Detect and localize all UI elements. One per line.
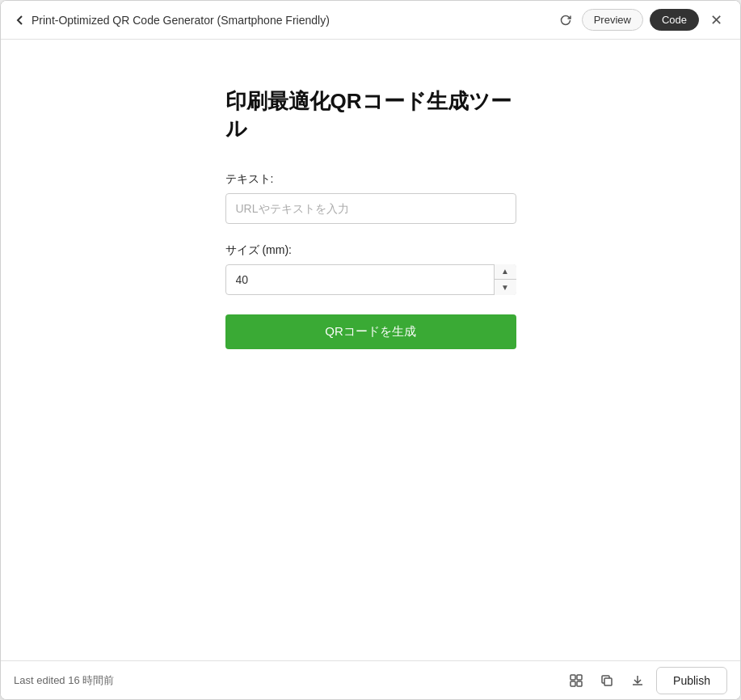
titlebar-title: Print-Optimized QR Code Generator (Smart… <box>32 14 330 27</box>
footer: Last edited 16 時間前 <box>1 660 740 699</box>
publish-button[interactable]: Publish <box>656 667 727 694</box>
titlebar-actions: Preview Code ✕ <box>556 9 727 31</box>
refresh-button[interactable] <box>556 11 575 30</box>
preview-tab[interactable]: Preview <box>582 9 643 31</box>
size-input-wrapper: ▲ ▼ <box>225 264 516 295</box>
close-icon: ✕ <box>710 12 722 28</box>
download-icon-button[interactable] <box>625 668 650 693</box>
footer-actions: Publish <box>564 667 727 694</box>
table-icon-button[interactable] <box>564 668 588 693</box>
svg-rect-3 <box>577 681 582 686</box>
page-title: 印刷最適化QRコード生成ツール <box>225 88 516 143</box>
text-form-group: テキスト: <box>225 172 516 224</box>
app-window: Print-Optimized QR Code Generator (Smart… <box>0 0 741 700</box>
form-container: 印刷最適化QRコード生成ツール テキスト: サイズ (mm): ▲ ▼ QRコー… <box>225 88 516 349</box>
titlebar: Print-Optimized QR Code Generator (Smart… <box>1 1 740 40</box>
copy-icon-button[interactable] <box>595 668 619 693</box>
generate-button[interactable]: QRコードを生成 <box>225 314 516 349</box>
code-tab[interactable]: Code <box>650 9 699 31</box>
close-button[interactable]: ✕ <box>705 11 727 29</box>
main-content: 印刷最適化QRコード生成ツール テキスト: サイズ (mm): ▲ ▼ QRコー… <box>1 40 740 660</box>
svg-rect-4 <box>604 678 612 685</box>
spinner-up-button[interactable]: ▲ <box>495 264 516 280</box>
spinner-buttons: ▲ ▼ <box>494 264 516 295</box>
svg-rect-0 <box>570 675 575 680</box>
size-form-group: サイズ (mm): ▲ ▼ <box>225 243 516 295</box>
svg-rect-1 <box>577 675 582 680</box>
text-input[interactable] <box>225 193 516 224</box>
text-label: テキスト: <box>225 172 516 187</box>
spinner-down-button[interactable]: ▼ <box>495 280 516 295</box>
back-button[interactable]: Print-Optimized QR Code Generator (Smart… <box>14 14 330 27</box>
svg-rect-2 <box>570 681 575 686</box>
last-edited-text: Last edited 16 時間前 <box>14 673 114 688</box>
size-input[interactable] <box>225 264 516 295</box>
size-label: サイズ (mm): <box>225 243 516 258</box>
